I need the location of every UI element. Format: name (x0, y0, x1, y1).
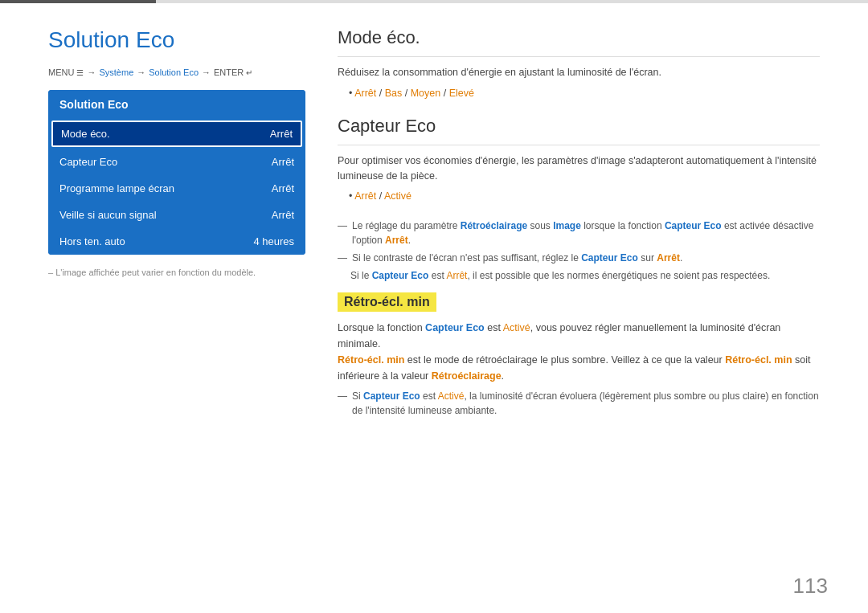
arret-ref: Arrêt (385, 235, 408, 246)
note2-text: Si le contraste de l'écran n'est pas suf… (352, 251, 682, 265)
breadcrumb-enter: ENTER ↵ (214, 67, 252, 77)
section2-options-list: Arrêt / Activé (349, 188, 820, 204)
divider-1 (338, 56, 820, 57)
menu-item-capteur-eco[interactable]: Capteur Eco Arrêt (48, 149, 305, 175)
capteur-note-1: — Le réglage du paramètre Rétroéclairage… (338, 219, 820, 247)
section-title-capteur-eco: Capteur Eco (338, 116, 820, 137)
option-bas: Bas (385, 88, 403, 99)
section1-options-list: Arrêt / Bas / Moyen / Elevé (349, 85, 820, 101)
section2-desc: Pour optimiser vos économies d'énergie, … (338, 153, 820, 184)
arret-ref-3: Arrêt (446, 270, 467, 281)
menu-item-label: Hors ten. auto (59, 235, 125, 247)
menu-item-hors-ten[interactable]: Hors ten. auto 4 heures (48, 228, 305, 255)
active-ref: Activé (503, 322, 530, 333)
section3-note-text: Si Capteur Eco est Activé, la luminosité… (352, 389, 820, 418)
menu-item-programme-lampe[interactable]: Programme lampe écran Arrêt (48, 175, 305, 202)
highlighted-title-retro: Rétro-écl. min (338, 292, 436, 312)
menu-item-veille-signal[interactable]: Veille si aucun signal Arrêt (48, 202, 305, 228)
active-ref-2: Activé (438, 390, 465, 402)
section1-desc: Réduisez la consommation d'énergie en aj… (338, 65, 820, 80)
capteur-note-2: — Si le contraste de l'écran n'est pas s… (338, 251, 820, 265)
retro-min-ref: Rétro-écl. min (338, 354, 404, 366)
breadcrumb-arrow-2: → (137, 67, 145, 77)
page-number: 113 (793, 574, 828, 599)
menu-item-label: Capteur Eco (59, 156, 117, 168)
option-moyen: Moyen (411, 88, 441, 99)
menu-item-value: Arrêt (272, 209, 294, 221)
capteur-ref: Capteur Eco (665, 220, 722, 231)
sep: / (379, 88, 385, 99)
dash-icon-3: — (338, 389, 347, 418)
note1-text: Le réglage du paramètre Rétroéclairage s… (352, 219, 820, 247)
sep: / (444, 88, 449, 99)
breadcrumb-arrow-1: → (87, 67, 96, 77)
menu-item-label: Mode éco. (61, 128, 110, 140)
section-title-mode-eco: Mode éco. (338, 27, 820, 48)
retro-min-ref-2: Rétro-écl. min (725, 354, 792, 366)
breadcrumb-solution-eco[interactable]: Solution Eco (149, 67, 199, 77)
retro-ref: Rétroéclairage (461, 220, 527, 231)
left-column: Solution Eco MENU ☰ → Système → Solution… (48, 27, 305, 597)
sep: / (405, 88, 411, 99)
breadcrumb-menu-icon: MENU ☰ (48, 67, 84, 77)
right-column: Mode éco. Réduisez la consommation d'éne… (338, 27, 820, 597)
image-ref: Image (553, 220, 581, 231)
capteur-ref-5: Capteur Eco (363, 390, 420, 402)
menu-panel: Solution Eco Mode éco. Arrêt Capteur Eco… (48, 90, 305, 255)
divider-2 (338, 145, 820, 145)
option-arret: Arrêt (354, 88, 376, 99)
breadcrumb: MENU ☰ → Système → Solution Eco → ENTER … (48, 67, 305, 77)
content-area: Solution Eco MENU ☰ → Système → Solution… (0, 3, 868, 613)
menu-item-value: 4 heures (253, 235, 294, 247)
section1-options-item: Arrêt / Bas / Moyen / Elevé (349, 85, 820, 101)
option-arret-2: Arrêt (354, 190, 376, 202)
dash-icon-2: — (338, 251, 347, 265)
capteur-note-3: Si le Capteur Eco est Arrêt, il est poss… (338, 268, 820, 283)
breadcrumb-systeme[interactable]: Système (99, 67, 133, 77)
capteur-ref-4: Capteur Eco (425, 322, 485, 333)
capteur-ref-3: Capteur Eco (372, 270, 429, 281)
section3-desc1: Lorsque la fonction Capteur Eco est Acti… (338, 320, 820, 384)
page: Solution Eco MENU ☰ → Système → Solution… (0, 0, 868, 613)
menu-panel-header: Solution Eco (48, 90, 305, 119)
page-title: Solution Eco (48, 27, 305, 53)
menu-item-value: Arrêt (272, 156, 294, 168)
menu-item-value: Arrêt (270, 128, 293, 140)
section2-options-item: Arrêt / Activé (349, 188, 820, 204)
menu-item-label: Programme lampe écran (59, 182, 174, 194)
footnote: – L'image affichée peut varier en foncti… (48, 268, 305, 277)
section3-container: Rétro-écl. min (338, 292, 820, 320)
retroeclairage-ref: Rétroéclairage (432, 370, 502, 382)
arret-ref-2: Arrêt (657, 252, 680, 264)
breadcrumb-arrow-3: → (202, 67, 211, 77)
option-active: Activé (384, 190, 411, 202)
option-eleve: Elevé (449, 88, 474, 99)
menu-item-value: Arrêt (272, 182, 294, 194)
menu-item-label: Veille si aucun signal (59, 209, 157, 221)
capteur-ref-2: Capteur Eco (581, 252, 638, 264)
menu-item-mode-eco[interactable]: Mode éco. Arrêt (51, 121, 302, 147)
section3-note: — Si Capteur Eco est Activé, la luminosi… (338, 389, 820, 418)
dash-icon: — (338, 219, 347, 247)
